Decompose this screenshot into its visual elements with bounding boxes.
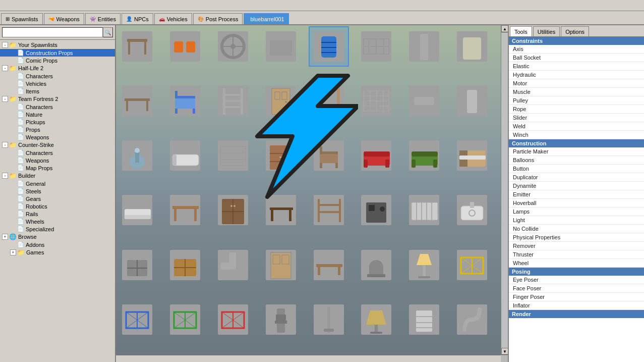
tab-entities[interactable]: 👾Entities	[85, 13, 121, 24]
tool-item-duplicator[interactable]: Duplicator	[509, 173, 644, 182]
tool-item-thruster[interactable]: Thruster	[509, 250, 644, 259]
tool-item-inflator[interactable]: Inflator	[509, 301, 644, 310]
tool-item-no-collide[interactable]: No Collide	[509, 225, 644, 233]
tool-item-winch[interactable]: Winch	[509, 131, 644, 139]
tree-toggle-browse[interactable]: +	[2, 234, 8, 240]
tree-item-construction-props[interactable]: 📄Construction Props	[0, 49, 115, 57]
sprite-cylinder[interactable]	[452, 81, 492, 121]
sprite-bench[interactable]	[309, 245, 349, 285]
tool-item-hoverball[interactable]: Hoverball	[509, 199, 644, 208]
scroll-down-arrow[interactable]: ▼	[501, 348, 508, 355]
sprite-plate[interactable]	[261, 26, 301, 67]
sprite-stove[interactable]	[356, 190, 396, 230]
scroll-up-arrow[interactable]: ▲	[501, 25, 508, 32]
sprite-door-panel[interactable]	[261, 81, 301, 121]
tree-item-builder-gears[interactable]: 📄Gears	[0, 195, 115, 202]
tree-item-tf2-props[interactable]: 📄Props	[0, 126, 115, 133]
tool-item-balloons[interactable]: Balloons	[509, 156, 644, 165]
tab-weapons[interactable]: 🔫Weapons	[44, 13, 84, 24]
tree-item-cs-weapons[interactable]: 📄Weapons	[0, 157, 115, 164]
tree-item-hl2-vehicles[interactable]: 📄Vehicles	[0, 80, 115, 87]
tool-item-slider[interactable]: Slider	[509, 114, 644, 122]
tree-item-builder[interactable]: -📁Builder	[0, 172, 115, 180]
sprite-tank[interactable]	[452, 26, 492, 67]
sprite-heater[interactable]	[404, 299, 444, 340]
tree-toggle-browse-games[interactable]: +	[10, 249, 16, 255]
tool-item-ball-socket[interactable]: Ball Socket	[509, 54, 644, 62]
sprite-pole[interactable]	[309, 299, 349, 340]
tree-item-counter-strike[interactable]: -📁Counter-Strike	[0, 141, 115, 149]
vertical-scrollbar[interactable]: ▲ ▼	[501, 25, 508, 355]
tree-item-builder-rails[interactable]: 📄Rails	[0, 210, 115, 218]
right-tab-tools[interactable]: Tools	[510, 26, 532, 36]
sprite-cage-red[interactable]	[213, 299, 253, 340]
tree-item-tf2-weapons[interactable]: 📄Weapons	[0, 133, 115, 141]
sprite-mattress[interactable]	[117, 190, 157, 230]
sprite-pipe-corner[interactable]	[213, 245, 253, 285]
sprite-tower[interactable]	[261, 299, 301, 340]
tree-item-builder-steels[interactable]: 📄Steels	[0, 187, 115, 195]
sprite-cage-blue[interactable]	[117, 299, 157, 340]
tool-item-weld[interactable]: Weld	[509, 122, 644, 131]
tool-item-dynamite[interactable]: Dynamite	[509, 182, 644, 190]
tool-item-elastic[interactable]: Elastic	[509, 62, 644, 71]
tree-item-tf2-pickups[interactable]: 📄Pickups	[0, 118, 115, 126]
tool-item-wheel[interactable]: Wheel	[509, 259, 644, 268]
menu-drawing[interactable]	[2, 5, 6, 7]
tool-item-physical-properties[interactable]: Physical Properties	[509, 233, 644, 242]
sprite-pipe[interactable]	[404, 81, 444, 121]
tool-item-emitter[interactable]: Emitter	[509, 190, 644, 199]
tree-item-hl2-items[interactable]: 📄Items	[0, 87, 115, 95]
sprite-radiator[interactable]	[404, 190, 444, 230]
tool-item-face-poser[interactable]: Face Poser	[509, 284, 644, 293]
sprite-crate[interactable]	[165, 245, 205, 285]
tool-item-eye-poser[interactable]: Eye Poser	[509, 276, 644, 284]
tool-item-motor[interactable]: Motor	[509, 79, 644, 88]
sprite-cage-green[interactable]	[165, 299, 205, 340]
tool-item-axis[interactable]: Axis	[509, 45, 644, 54]
menu-npcs[interactable]	[12, 5, 16, 7]
sprite-lampshade[interactable]	[356, 299, 396, 340]
right-tab-utilities[interactable]: Utilities	[533, 26, 560, 36]
sprite-fence-wire[interactable]	[213, 135, 253, 176]
sprite-ladder[interactable]	[213, 81, 253, 121]
tree-item-builder-general[interactable]: 📄General	[0, 180, 115, 187]
tree-item-cs-characters[interactable]: 📄Characters	[0, 149, 115, 157]
tool-item-light[interactable]: Light	[509, 216, 644, 225]
tree-item-half-life-2[interactable]: -📁Half-Life 2	[0, 64, 115, 72]
tree-item-comic-props[interactable]: 📄Comic Props	[0, 57, 115, 64]
tree-item-browse-addons[interactable]: 📄Addons	[0, 241, 115, 248]
sprite-table-stool[interactable]	[117, 81, 157, 121]
sprite-cabinet[interactable]	[213, 190, 253, 230]
sprite-table-wood[interactable]	[165, 190, 205, 230]
tree-item-cs-map-props[interactable]: 📄Map Props	[0, 164, 115, 172]
sprite-fence2[interactable]	[356, 81, 396, 121]
tab-bluebarrel001[interactable]: bluebarrel001	[244, 13, 288, 24]
sprite-fountain[interactable]	[117, 135, 157, 176]
horizontal-scrollbar[interactable]	[116, 355, 501, 362]
sprite-stool[interactable]	[117, 26, 157, 67]
tree-item-builder-specialized[interactable]: 📄Specialized	[0, 225, 115, 233]
sprite-box-metal[interactable]	[117, 245, 157, 285]
tree-item-your-spawnlists[interactable]: -📁Your Spawnlists	[0, 41, 115, 49]
right-tab-options[interactable]: Options	[561, 26, 589, 36]
tab-postprocess[interactable]: 🎨Post Process	[193, 13, 243, 24]
sprite-chair-wood[interactable]	[309, 135, 349, 176]
sprite-chair-blue[interactable]	[165, 81, 205, 121]
tree-item-tf2-nature[interactable]: 📄Nature	[0, 111, 115, 118]
sprite-bed[interactable]	[452, 135, 492, 176]
sprite-dresser[interactable]	[261, 135, 301, 176]
tree-item-builder-robotics[interactable]: 📄Robotics	[0, 202, 115, 210]
tree-item-team-fortress-2[interactable]: -📁Team Fortress 2	[0, 95, 115, 103]
tool-item-particle-maker[interactable]: Particle Maker	[509, 147, 644, 156]
sprite-wheel[interactable]	[213, 26, 253, 67]
tree-toggle-half-life-2[interactable]: -	[2, 65, 8, 71]
tab-npcs[interactable]: 👤NPCs	[122, 13, 153, 24]
sprite-shelf[interactable]	[309, 190, 349, 230]
tool-item-finger-poser[interactable]: Finger Poser	[509, 293, 644, 301]
tree-item-browse[interactable]: +🌐Browse	[0, 233, 115, 241]
sprite-door2[interactable]	[261, 245, 301, 285]
search-input[interactable]	[2, 27, 103, 37]
sprite-cage-yellow[interactable]	[452, 245, 492, 285]
sprite-barrel-blue[interactable]	[309, 26, 349, 67]
